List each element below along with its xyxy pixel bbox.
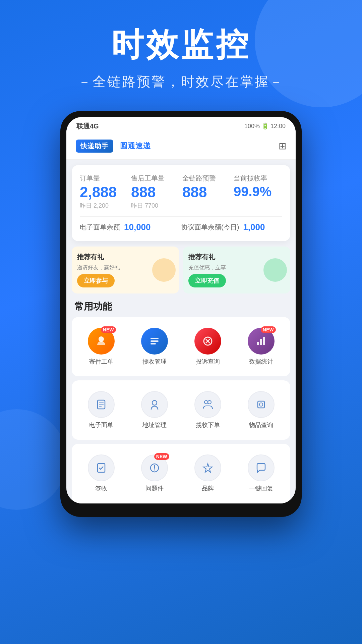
app-icon-problem-wrapper: NEW: [141, 454, 168, 481]
badge-stats: NEW: [261, 326, 276, 333]
svg-rect-3: [150, 343, 156, 344]
svg-point-22: [154, 470, 155, 471]
app-label-problem: 问题件: [145, 485, 164, 492]
banner-yellow-btn[interactable]: 立即参与: [77, 274, 115, 287]
app-icon-reply-wrapper: [248, 454, 275, 481]
app-icon-pickup-order: [194, 391, 221, 418]
stat-warning-value: 888: [182, 185, 231, 200]
svg-point-0: [99, 336, 104, 342]
app-icon-pickup-wrapper: [141, 328, 168, 355]
common-functions-title: 常用功能: [66, 293, 296, 317]
header-logo-primary: 快递助手: [76, 140, 113, 153]
stat-order-label: 订单量: [80, 174, 128, 183]
svg-point-15: [204, 400, 208, 404]
svg-marker-23: [203, 464, 212, 472]
app-item-shipper[interactable]: NEW 寄件工单: [74, 322, 128, 371]
status-network: 联通4G: [76, 122, 99, 131]
stat-pickup-rate: 当前揽收率 99.9%: [234, 174, 282, 210]
stat-order-value: 2,888: [80, 185, 128, 200]
app-icon-pickup: [141, 328, 168, 355]
app-icon-brand: [194, 454, 221, 481]
app-item-complaint[interactable]: 投诉查询: [181, 322, 234, 371]
app-label-shipper: 寄件工单: [89, 358, 113, 366]
app-item-goods-query[interactable]: 物品查询: [234, 386, 288, 434]
app-icon-sign-wrapper: [88, 454, 115, 481]
stat-aftersale-count: 售后工单量 888 昨日 7700: [131, 174, 180, 210]
scan-icon[interactable]: ⊞: [279, 141, 286, 152]
hero-title: 时效监控: [0, 27, 362, 62]
balance-electronic-label: 电子面单余额: [80, 223, 120, 232]
app-label-brand: 品牌: [202, 485, 214, 492]
app-label-ewaybill: 电子面单: [89, 421, 113, 429]
stat-warning-count: 全链路预警 888: [182, 174, 231, 210]
stat-pickup-label: 当前揽收率: [234, 174, 282, 183]
svg-rect-7: [257, 342, 259, 345]
phone-frame: 联通4G 100% 🔋 12:00 快递助手 圆通速递 ⊞ 订单量 2,888 …: [60, 111, 302, 517]
stat-warning-label: 全链路预警: [182, 174, 231, 183]
svg-rect-19: [98, 464, 105, 472]
app-label-address: 地址管理: [142, 421, 167, 429]
svg-rect-8: [260, 339, 262, 345]
badge-problem: NEW: [154, 453, 169, 460]
app-item-stats[interactable]: NEW 数据统计: [234, 322, 288, 371]
svg-rect-9: [263, 337, 265, 345]
banner-card-yellow[interactable]: 推荐有礼 邀请好友，赢好礼 立即参与: [72, 247, 179, 293]
banner-green-btn[interactable]: 立即充值: [188, 274, 226, 287]
svg-point-18: [259, 403, 263, 406]
app-icon-address: [141, 391, 168, 418]
banner-card-green[interactable]: 推荐有礼 充值优惠，立享 立即充值: [183, 247, 290, 293]
banner-green-deco: [263, 258, 287, 282]
app-icon-ewaybill: [88, 391, 115, 418]
app-icon-brand-wrapper: [194, 454, 221, 481]
phone-screen: 联通4G 100% 🔋 12:00 快递助手 圆通速递 ⊞ 订单量 2,888 …: [66, 117, 296, 503]
app-item-problem[interactable]: NEW 问题件: [128, 449, 181, 498]
stat-aftersale-prev: 昨日 7700: [131, 202, 180, 210]
app-item-reply[interactable]: 一键回复: [234, 449, 288, 498]
badge-shipper: NEW: [101, 326, 116, 333]
app-icon-sign: [88, 454, 115, 481]
svg-point-14: [152, 400, 157, 405]
stat-pickup-value: 99.9%: [234, 185, 282, 198]
app-label-pickup: 揽收管理: [142, 358, 167, 366]
app-label-reply: 一键回复: [249, 485, 273, 492]
banner-section: 推荐有礼 邀请好友，赢好礼 立即参与 推荐有礼 充值优惠，立享 立即充值: [72, 247, 290, 293]
stat-order-count: 订单量 2,888 昨日 2,200: [80, 174, 128, 210]
app-icon-stats-wrapper: NEW: [248, 328, 275, 355]
hero-subtitle: －全链路预警，时效尽在掌握－: [0, 72, 362, 91]
app-label-stats: 数据统计: [249, 358, 273, 366]
app-item-address[interactable]: 地址管理: [128, 386, 181, 434]
balance-row: 电子面单余额 10,000 协议面单余额(今日) 1,000: [80, 222, 282, 232]
app-label-sign: 签收: [95, 485, 107, 492]
header-logo-secondary: 圆通速递: [120, 141, 151, 151]
status-battery: 100% 🔋 12:00: [244, 122, 286, 130]
app-icon-shipper-wrapper: NEW: [88, 328, 115, 355]
banner-yellow-deco: [152, 258, 176, 282]
phone-wrapper: 联通4G 100% 🔋 12:00 快递助手 圆通速递 ⊞ 订单量 2,888 …: [0, 111, 362, 517]
svg-rect-2: [150, 340, 159, 342]
app-icon-address-wrapper: [141, 391, 168, 418]
app-item-brand[interactable]: 品牌: [181, 449, 234, 498]
app-grid-row1: NEW 寄件工单 揽收管理: [72, 317, 290, 376]
app-icon-pickup-order-wrapper: [194, 391, 221, 418]
stats-card: 订单量 2,888 昨日 2,200 售后工单量 888 昨日 7700 全链路…: [72, 165, 290, 241]
svg-rect-17: [258, 401, 264, 408]
app-item-sign[interactable]: 签收: [74, 449, 128, 498]
balance-electronic-value: 10,000: [124, 222, 151, 232]
stats-row: 订单量 2,888 昨日 2,200 售后工单量 888 昨日 7700 全链路…: [80, 174, 282, 210]
app-icon-ewaybill-wrapper: [88, 391, 115, 418]
stat-aftersale-label: 售后工单量: [131, 174, 180, 183]
balance-agreement: 协议面单余额(今日) 1,000: [181, 222, 282, 232]
svg-point-16: [208, 400, 211, 404]
app-item-ewaybill[interactable]: 电子面单: [74, 386, 128, 434]
stats-divider: [80, 216, 282, 217]
stat-aftersale-value: 888: [131, 185, 180, 200]
balance-agreement-value: 1,000: [243, 222, 265, 232]
app-label-pickup-order: 揽收下单: [196, 421, 220, 429]
app-label-complaint: 投诉查询: [196, 358, 220, 366]
svg-rect-1: [150, 338, 159, 339]
app-item-pickup[interactable]: 揽收管理: [128, 322, 181, 371]
stat-order-prev: 昨日 2,200: [80, 202, 128, 210]
app-label-goods-query: 物品查询: [249, 421, 273, 429]
app-item-pickup-order[interactable]: 揽收下单: [181, 386, 234, 434]
app-icon-reply: [248, 454, 275, 481]
